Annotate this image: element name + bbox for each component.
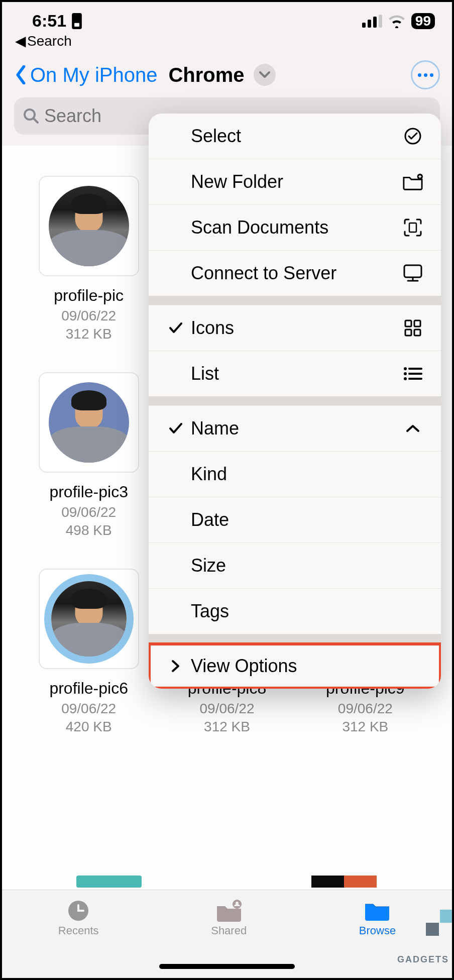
nav-back-label: On My iPhone [30, 64, 157, 86]
back-to-app[interactable]: ◀ Search [2, 33, 452, 54]
status-bar: 6:51 99 [2, 2, 452, 33]
title-dropdown-button[interactable] [254, 64, 276, 86]
file-thumbnail [39, 176, 139, 276]
file-size: 498 KB [66, 522, 112, 538]
tab-browse[interactable]: Browse [359, 899, 396, 937]
menu-separator [149, 296, 441, 305]
clock-icon [64, 899, 92, 922]
menu-new-folder[interactable]: New Folder [149, 159, 441, 204]
chevron-left-icon [14, 65, 28, 84]
menu-label: New Folder [191, 171, 283, 192]
tab-label: Shared [211, 924, 247, 937]
svg-point-20 [404, 372, 407, 375]
menu-sort-name[interactable]: Name [149, 405, 441, 451]
server-icon [403, 263, 423, 283]
file-name: profile-pic [54, 286, 124, 305]
svg-point-18 [404, 367, 407, 370]
page-title: Chrome [168, 64, 244, 86]
svg-rect-4 [373, 17, 377, 28]
sim-icon [70, 13, 83, 29]
status-time: 6:51 [32, 11, 66, 31]
menu-label: Connect to Server [191, 263, 336, 284]
wifi-icon [387, 14, 406, 28]
file-thumbnail [39, 372, 139, 473]
file-name: profile-pic6 [49, 679, 128, 698]
menu-connect-server[interactable]: Connect to Server [149, 250, 441, 296]
folder-icon [363, 899, 391, 922]
file-size: 312 KB [204, 719, 250, 735]
svg-rect-14 [405, 320, 411, 326]
tab-recents[interactable]: Recents [58, 899, 99, 937]
watermark: GADGETS [396, 910, 451, 965]
menu-label: List [191, 363, 219, 384]
search-icon [23, 108, 39, 124]
menu-sort-date[interactable]: Date [149, 497, 441, 542]
back-triangle-icon: ◀ [15, 33, 26, 49]
svg-line-7 [34, 119, 38, 123]
new-folder-icon [403, 172, 423, 192]
shared-folder-icon [215, 899, 243, 922]
svg-rect-11 [404, 265, 421, 277]
more-button[interactable] [411, 60, 440, 89]
menu-label: Scan Documents [191, 217, 328, 238]
menu-label: Icons [191, 317, 234, 339]
menu-view-list[interactable]: List [149, 351, 441, 396]
home-indicator[interactable] [159, 964, 295, 969]
file-size: 312 KB [342, 719, 388, 735]
menu-scan-documents[interactable]: Scan Documents [149, 204, 441, 250]
check-circle-icon [403, 126, 423, 146]
back-app-label: Search [27, 33, 72, 49]
file-date: 09/06/22 [61, 504, 116, 520]
file-item[interactable]: profile-pic 09/06/22 312 KB [32, 176, 145, 342]
chevron-down-icon [259, 71, 270, 78]
menu-label: Select [191, 126, 241, 147]
file-date: 09/06/22 [338, 701, 393, 717]
svg-rect-15 [414, 320, 420, 326]
svg-rect-2 [362, 23, 366, 28]
checkmark-icon [169, 322, 183, 334]
svg-rect-17 [414, 330, 420, 336]
chevron-right-icon [169, 660, 183, 673]
chevron-up-icon [403, 418, 423, 439]
svg-rect-1 [74, 23, 79, 26]
file-size: 312 KB [66, 326, 112, 342]
background-peek [311, 876, 377, 888]
svg-rect-5 [379, 15, 382, 28]
menu-view-icons[interactable]: Icons [149, 305, 441, 351]
file-item[interactable]: profile-pic3 09/06/22 498 KB [32, 372, 145, 538]
svg-point-22 [404, 377, 407, 380]
menu-label: View Options [191, 656, 297, 677]
background-peek [76, 876, 142, 888]
file-date: 09/06/22 [61, 308, 116, 324]
svg-rect-10 [409, 223, 416, 232]
menu-label: Tags [191, 601, 229, 622]
file-name: profile-pic3 [49, 483, 128, 501]
scan-icon [403, 217, 423, 238]
file-thumbnail [39, 569, 139, 669]
menu-label: Size [191, 555, 226, 576]
battery-badge: 99 [411, 13, 435, 29]
file-size: 420 KB [66, 719, 112, 735]
file-date: 09/06/22 [199, 701, 254, 717]
context-menu: Select New Folder Scan Documents Connect… [149, 114, 441, 689]
menu-sort-tags[interactable]: Tags [149, 588, 441, 634]
menu-label: Kind [191, 464, 227, 485]
menu-select[interactable]: Select [149, 114, 441, 159]
menu-separator [149, 634, 441, 643]
tab-label: Browse [359, 924, 396, 937]
menu-label: Name [191, 418, 239, 439]
svg-rect-16 [405, 330, 411, 336]
checkmark-icon [169, 423, 183, 434]
menu-sort-kind[interactable]: Kind [149, 451, 441, 497]
file-item[interactable]: profile-pic6 09/06/22 420 KB [32, 569, 145, 735]
menu-label: Date [191, 509, 229, 530]
nav-row: On My iPhone Chrome [2, 54, 452, 97]
nav-back-button[interactable]: On My iPhone [14, 64, 157, 86]
tab-label: Recents [58, 924, 99, 937]
menu-view-options[interactable]: View Options [149, 643, 441, 689]
svg-rect-3 [368, 20, 371, 28]
menu-separator [149, 396, 441, 405]
list-icon [403, 364, 423, 384]
tab-shared[interactable]: Shared [211, 899, 247, 937]
menu-sort-size[interactable]: Size [149, 542, 441, 588]
